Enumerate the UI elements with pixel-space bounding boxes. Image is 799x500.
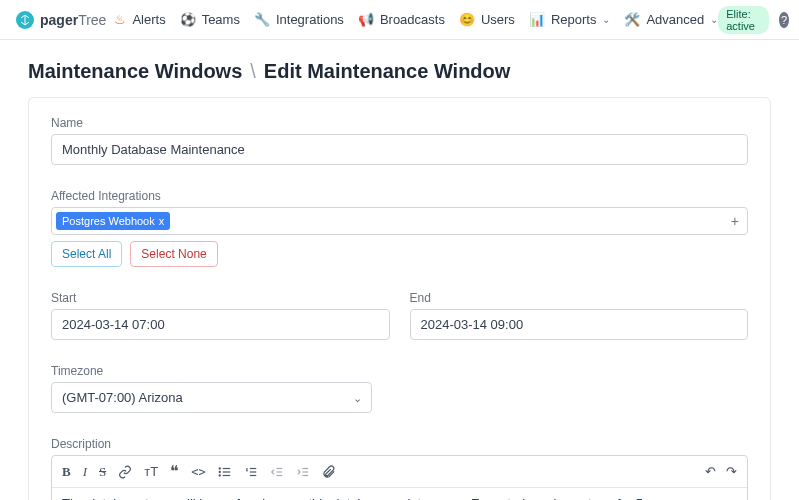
breadcrumb-current: Edit Maintenance Window xyxy=(264,60,511,83)
chevron-down-icon: ⌄ xyxy=(602,14,610,25)
svg-point-4 xyxy=(219,471,220,472)
affected-integrations-label: Affected Integrations xyxy=(51,189,748,203)
bullet-list-button[interactable] xyxy=(218,465,232,479)
top-navbar: pagerTree ♨Alerts ⚽Teams 🔧Integrations 📢… xyxy=(0,0,799,40)
italic-button[interactable]: I xyxy=(83,464,87,480)
logo-mark-icon xyxy=(16,11,34,29)
broadcast-icon: 📢 xyxy=(358,12,374,27)
brand-text: pagerTree xyxy=(40,12,106,28)
breadcrumb-separator: \ xyxy=(250,60,256,83)
integrations-icon: 🔧 xyxy=(254,12,270,27)
nav-alerts[interactable]: ♨Alerts xyxy=(114,12,165,27)
link-button[interactable] xyxy=(118,465,132,479)
nav-reports[interactable]: 📊Reports⌄ xyxy=(529,12,611,27)
remove-tag-icon[interactable]: x xyxy=(159,215,165,227)
nav-advanced[interactable]: 🛠️Advanced⌄ xyxy=(624,12,718,27)
integration-tag: Postgres Webhook x xyxy=(56,212,170,230)
svg-point-3 xyxy=(219,467,220,468)
quote-button[interactable]: ❝ xyxy=(170,462,179,481)
start-input[interactable] xyxy=(51,309,390,340)
breadcrumb: Maintenance Windows \ Edit Maintenance W… xyxy=(28,60,771,83)
add-integration-button[interactable]: + xyxy=(731,213,739,229)
end-input[interactable] xyxy=(410,309,749,340)
affected-integrations-input[interactable]: Postgres Webhook x + xyxy=(51,207,748,235)
code-button[interactable]: <> xyxy=(191,465,205,479)
redo-button[interactable]: ↷ xyxy=(726,464,737,480)
indent-button[interactable] xyxy=(296,465,310,479)
select-none-button[interactable]: Select None xyxy=(130,241,217,267)
editor-toolbar: B I S тT ❝ <> ↶ ↷ xyxy=(52,456,747,488)
description-textarea[interactable]: The database team will be performing mon… xyxy=(52,488,747,500)
flame-icon: ♨ xyxy=(114,12,126,27)
name-label: Name xyxy=(51,116,748,130)
select-all-button[interactable]: Select All xyxy=(51,241,122,267)
timezone-select[interactable] xyxy=(51,382,372,413)
nav-users[interactable]: 😊Users xyxy=(459,12,515,27)
form-card: Name Affected Integrations Postgres Webh… xyxy=(28,97,771,500)
advanced-icon: 🛠️ xyxy=(624,12,640,27)
description-label: Description xyxy=(51,437,748,451)
end-label: End xyxy=(410,291,749,305)
format-button[interactable]: тT xyxy=(144,464,158,479)
plan-badge[interactable]: Elite: active xyxy=(718,6,769,34)
reports-icon: 📊 xyxy=(529,12,545,27)
teams-icon: ⚽ xyxy=(180,12,196,27)
help-button[interactable]: ? xyxy=(779,12,789,28)
svg-point-5 xyxy=(219,474,220,475)
attach-button[interactable] xyxy=(322,465,336,479)
brand-logo[interactable]: pagerTree xyxy=(16,11,106,29)
timezone-label: Timezone xyxy=(51,364,748,378)
description-editor: B I S тT ❝ <> ↶ ↷ The xyxy=(51,455,748,500)
integration-tag-label: Postgres Webhook xyxy=(62,215,155,227)
outdent-button[interactable] xyxy=(270,465,284,479)
bold-button[interactable]: B xyxy=(62,464,71,480)
nav-broadcasts[interactable]: 📢Broadcasts xyxy=(358,12,445,27)
ordered-list-button[interactable] xyxy=(244,465,258,479)
nav-integrations[interactable]: 🔧Integrations xyxy=(254,12,344,27)
nav-teams[interactable]: ⚽Teams xyxy=(180,12,240,27)
chevron-down-icon: ⌄ xyxy=(710,14,718,25)
start-label: Start xyxy=(51,291,390,305)
undo-button[interactable]: ↶ xyxy=(705,464,716,480)
users-icon: 😊 xyxy=(459,12,475,27)
strike-button[interactable]: S xyxy=(99,464,106,480)
name-input[interactable] xyxy=(51,134,748,165)
main-nav: ♨Alerts ⚽Teams 🔧Integrations 📢Broadcasts… xyxy=(114,12,718,27)
breadcrumb-root[interactable]: Maintenance Windows xyxy=(28,60,242,83)
